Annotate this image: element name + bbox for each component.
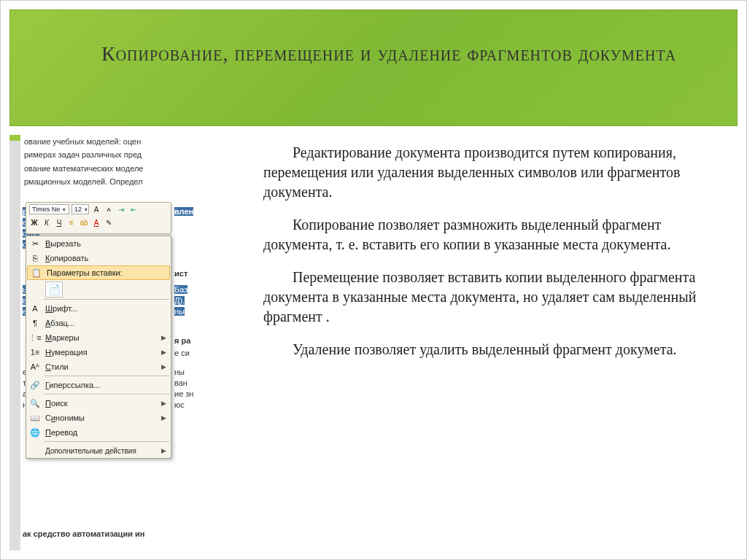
menu-item[interactable]: 🌐Перевод bbox=[26, 425, 171, 440]
menu-separator bbox=[44, 441, 169, 442]
highlight-icon[interactable]: ab bbox=[79, 217, 89, 228]
menu-label: Синонимы bbox=[42, 413, 161, 422]
word-screenshot: ование учебных моделей: оцен римерах зад… bbox=[21, 135, 246, 543]
submenu-arrow-icon: ▶ bbox=[161, 447, 166, 454]
bg-text: е си bbox=[174, 349, 190, 357]
format-painter-icon[interactable]: ✎ bbox=[104, 217, 114, 228]
doc-line: римерах задач различных пред bbox=[21, 148, 246, 161]
menu-label: Перевод bbox=[42, 428, 166, 437]
paragraph: Копирование позволяет размножить выделен… bbox=[263, 215, 724, 254]
styles-icon: Aᴬ bbox=[28, 362, 42, 372]
submenu-arrow-icon: ▶ bbox=[161, 334, 166, 341]
menu-label: Поиск bbox=[42, 399, 161, 408]
menu-label: Вырезать bbox=[42, 239, 166, 248]
menu-label: Стили bbox=[42, 362, 161, 371]
font-selector[interactable]: Times Ne▼ bbox=[29, 204, 69, 214]
menu-label: Дополнительные действия bbox=[42, 447, 161, 455]
menu-item[interactable]: Дополнительные действия▶ bbox=[26, 443, 171, 458]
submenu-arrow-icon: ▶ bbox=[161, 363, 166, 370]
bg-text: ван bbox=[174, 378, 187, 387]
align-icon[interactable]: ≡ bbox=[66, 217, 77, 228]
menu-item[interactable]: 📖Синонимы▶ bbox=[26, 411, 171, 425]
menu-label: Абзац... bbox=[42, 319, 166, 327]
menu-item[interactable]: AШрифт... bbox=[26, 301, 171, 316]
bg-text: я ра bbox=[174, 336, 190, 345]
copy-icon: ⎘ bbox=[28, 254, 42, 262]
doc-line: ование учебных моделей: оцен bbox=[21, 135, 246, 148]
menu-label: Маркеры bbox=[42, 333, 161, 342]
search-icon: 🔍 bbox=[28, 399, 42, 408]
mini-toolbar[interactable]: Times Ne▼ 12▼ A A ⇥ ⇤ Ж К Ч ≡ ab A ✎ bbox=[26, 202, 171, 234]
italic-button[interactable]: К bbox=[42, 217, 52, 228]
menu-item[interactable]: 🔍Поиск▶ bbox=[26, 396, 171, 411]
hl-text: ны bbox=[174, 307, 185, 316]
numbers-icon: 1≡ bbox=[28, 348, 42, 357]
bg-text: юс bbox=[174, 400, 185, 409]
hl-text: влен bbox=[174, 207, 193, 216]
menu-item[interactable]: AᴬСтили▶ bbox=[26, 359, 171, 374]
paragraph: Перемещение позволяет вставить копии выд… bbox=[263, 268, 724, 327]
menu-item[interactable]: ⋮≡Маркеры▶ bbox=[26, 330, 171, 345]
menu-label: Копировать bbox=[42, 254, 166, 262]
trans-icon: 🌐 bbox=[28, 428, 42, 438]
shrink-font-icon[interactable]: A bbox=[104, 204, 114, 214]
menu-item[interactable]: 📋Параметры вставки: bbox=[27, 265, 170, 280]
paragraph: Редактирование документа производится пу… bbox=[263, 143, 724, 202]
doc-line: рмационных моделей. Определ bbox=[21, 175, 246, 188]
syn-icon: 📖 bbox=[28, 413, 42, 423]
font-color-icon[interactable]: A bbox=[91, 217, 101, 228]
bold-button[interactable]: Ж bbox=[29, 217, 39, 228]
content-text: Редактирование документа производится пу… bbox=[263, 143, 724, 373]
paste-option-icon[interactable]: 📄 bbox=[45, 281, 63, 298]
menu-separator bbox=[44, 394, 169, 394]
context-menu[interactable]: ✂Вырезать⎘Копировать📋Параметры вставки:📄… bbox=[26, 236, 171, 459]
menu-separator bbox=[44, 299, 169, 300]
header-band: Копирование, перемещение и удаление фраг… bbox=[9, 9, 738, 126]
submenu-arrow-icon: ▶ bbox=[161, 349, 166, 356]
paragraph: Удаление позволяет удалить выделенный фр… bbox=[263, 340, 724, 359]
submenu-arrow-icon: ▶ bbox=[161, 414, 166, 421]
submenu-arrow-icon: ▶ bbox=[161, 400, 166, 407]
bg-text: ие зн bbox=[174, 389, 193, 398]
outdent-icon[interactable]: ⇤ bbox=[128, 204, 139, 214]
menu-label: Шрифт... bbox=[42, 304, 166, 313]
slide-title: Копирование, перемещение и удаление фраг… bbox=[101, 39, 715, 68]
menu-item[interactable]: ¶Абзац... bbox=[26, 316, 171, 330]
bg-text: ак средство автоматизации ин bbox=[23, 529, 144, 538]
font-icon: A bbox=[28, 304, 42, 313]
hl-text: Д). bbox=[174, 296, 185, 305]
grow-font-icon[interactable]: A bbox=[91, 204, 101, 214]
menu-item[interactable]: ⎘Копировать bbox=[26, 251, 171, 265]
menu-item[interactable]: ✂Вырезать bbox=[26, 236, 171, 251]
menu-label: Параметры вставки: bbox=[44, 268, 165, 277]
indent-icon[interactable]: ⇥ bbox=[116, 204, 126, 214]
underline-button[interactable]: Ч bbox=[54, 217, 64, 228]
menu-label: Гиперссылка... bbox=[42, 381, 166, 389]
bg-text: ны bbox=[174, 368, 185, 376]
bullets-icon: ⋮≡ bbox=[28, 333, 42, 343]
para-icon: ¶ bbox=[28, 319, 42, 327]
cut-icon: ✂ bbox=[28, 239, 42, 249]
hl-text: Баз bbox=[174, 285, 187, 294]
menu-label: Нумерация bbox=[42, 348, 161, 357]
bg-text: ист bbox=[174, 269, 187, 278]
doc-line: ование математических моделе bbox=[21, 162, 246, 175]
size-selector[interactable]: 12▼ bbox=[71, 204, 89, 214]
menu-item[interactable]: 1≡Нумерация▶ bbox=[26, 345, 171, 359]
link-icon: 🔗 bbox=[28, 381, 42, 390]
menu-separator bbox=[44, 376, 169, 376]
left-strip bbox=[9, 135, 20, 551]
menu-item[interactable]: 🔗Гиперссылка... bbox=[26, 378, 171, 392]
paste-icon: 📋 bbox=[29, 268, 44, 278]
